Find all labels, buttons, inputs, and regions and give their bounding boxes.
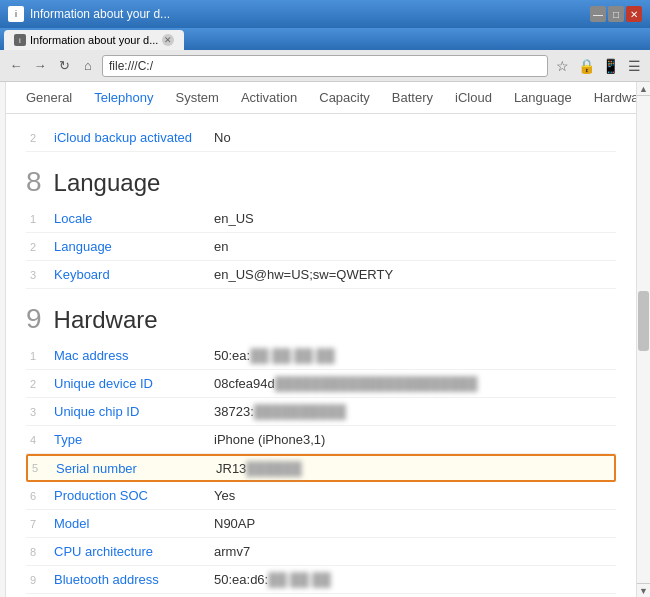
serial-number-value: JR13██████ — [216, 457, 614, 480]
tab-close-button[interactable]: ✕ — [162, 34, 174, 46]
unique-device-id-value: 08cfea94d██████████████████████ — [214, 372, 616, 395]
menu-icon[interactable]: ☰ — [624, 56, 644, 76]
scrollbar-down-button[interactable]: ▼ — [637, 583, 651, 597]
row-num: 5 — [28, 462, 56, 474]
language-row: 2 Language en — [26, 233, 616, 261]
tab-capacity[interactable]: Capacity — [309, 86, 380, 109]
model-row: 7 Model N90AP — [26, 510, 616, 538]
back-button[interactable]: ← — [6, 56, 26, 76]
bluetooth-address-value: 50:ea:d6:██:██:██ — [214, 568, 616, 591]
scrollbar[interactable]: ▲ ▼ — [636, 82, 650, 597]
browser-tab-bar: i Information about your d... ✕ — [0, 28, 650, 50]
home-button[interactable]: ⌂ — [78, 56, 98, 76]
row-num: 2 — [26, 132, 54, 144]
close-button[interactable]: ✕ — [626, 6, 642, 22]
address-bar-row: ← → ↻ ⌂ ☆ 🔒 📱 ☰ — [0, 50, 650, 82]
cpu-architecture-label: CPU architecture — [54, 540, 214, 563]
production-soc-row: 6 Production SOC Yes — [26, 482, 616, 510]
cpu-architecture-value: armv7 — [214, 540, 616, 563]
serial-number-row: 5 Serial number JR13██████ — [26, 454, 616, 482]
browser-tab[interactable]: i Information about your d... ✕ — [4, 30, 184, 50]
type-value: iPhone (iPhone3,1) — [214, 428, 616, 451]
row-num: 4 — [26, 434, 54, 446]
icloud-backup-label: iCloud backup activated — [54, 126, 214, 149]
row-num: 2 — [26, 378, 54, 390]
icloud-backup-row: 2 iCloud backup activated No — [26, 124, 616, 152]
type-label: Type — [54, 428, 214, 451]
window-title-bar: i Information about your d... — □ ✕ — [0, 0, 650, 28]
minimize-button[interactable]: — — [590, 6, 606, 22]
unique-device-id-label: Unique device ID — [54, 372, 214, 395]
tab-activation[interactable]: Activation — [231, 86, 307, 109]
tab-language[interactable]: Language — [504, 86, 582, 109]
nav-tabs: General Telephony System Activation Capa… — [6, 82, 636, 114]
row-num: 3 — [26, 406, 54, 418]
bookmark-star-icon[interactable]: ☆ — [552, 56, 572, 76]
row-num: 9 — [26, 574, 54, 586]
tab-favicon: i — [14, 34, 26, 46]
keyboard-value: en_US@hw=US;sw=QWERTY — [214, 263, 616, 286]
locale-label: Locale — [54, 207, 214, 230]
row-num: 7 — [26, 518, 54, 530]
tab-telephony[interactable]: Telephony — [84, 86, 163, 109]
forward-button[interactable]: → — [30, 56, 50, 76]
locale-value: en_US — [214, 207, 616, 230]
addon-icon-2[interactable]: 📱 — [600, 56, 620, 76]
tab-battery[interactable]: Battery — [382, 86, 443, 109]
tab-system[interactable]: System — [166, 86, 229, 109]
bluetooth-address-row: 9 Bluetooth address 50:ea:d6:██:██:██ — [26, 566, 616, 594]
maximize-button[interactable]: □ — [608, 6, 624, 22]
mac-address-label: Mac address — [54, 344, 214, 367]
tab-hardware[interactable]: Hardware — [584, 86, 636, 109]
window-favicon: i — [8, 6, 24, 22]
row-num: 2 — [26, 241, 54, 253]
language-label: Language — [54, 235, 214, 258]
address-input[interactable] — [102, 55, 548, 77]
page-content: 2 iCloud backup activated No 8 Language … — [6, 114, 636, 597]
unique-device-id-row: 2 Unique device ID 08cfea94d████████████… — [26, 370, 616, 398]
production-soc-label: Production SOC — [54, 484, 214, 507]
keyboard-row: 3 Keyboard en_US@hw=US;sw=QWERTY — [26, 261, 616, 289]
row-num: 6 — [26, 490, 54, 502]
row-num: 1 — [26, 213, 54, 225]
language-section-number: 8 — [26, 168, 42, 196]
row-num: 8 — [26, 546, 54, 558]
model-label: Model — [54, 512, 214, 535]
model-value: N90AP — [214, 512, 616, 535]
main-area: General Telephony System Activation Capa… — [6, 82, 636, 597]
tab-title: Information about your d... — [30, 34, 158, 46]
production-soc-value: Yes — [214, 484, 616, 507]
window-controls: — □ ✕ — [590, 6, 642, 22]
unique-chip-id-row: 3 Unique chip ID 38723:██████████ — [26, 398, 616, 426]
scrollbar-track[interactable] — [637, 96, 650, 583]
unique-chip-id-value: 38723:██████████ — [214, 400, 616, 423]
reload-button[interactable]: ↻ — [54, 56, 74, 76]
mac-address-value: 50:ea:██:██:██:██ — [214, 344, 616, 367]
hardware-section-title: Hardware — [54, 306, 158, 334]
bluetooth-address-label: Bluetooth address — [54, 568, 214, 591]
content-wrapper: General Telephony System Activation Capa… — [0, 82, 650, 597]
type-row: 4 Type iPhone (iPhone3,1) — [26, 426, 616, 454]
icloud-backup-value: No — [214, 126, 616, 149]
window-title: Information about your d... — [30, 7, 584, 21]
serial-number-label: Serial number — [56, 457, 216, 480]
hardware-section-number: 9 — [26, 305, 42, 333]
unique-chip-id-label: Unique chip ID — [54, 400, 214, 423]
scrollbar-thumb[interactable] — [638, 291, 649, 351]
row-num: 1 — [26, 350, 54, 362]
row-num: 3 — [26, 269, 54, 281]
tab-icloud[interactable]: iCloud — [445, 86, 502, 109]
addon-icon-1[interactable]: 🔒 — [576, 56, 596, 76]
language-value: en — [214, 235, 616, 258]
tab-general[interactable]: General — [16, 86, 82, 109]
mac-address-row: 1 Mac address 50:ea:██:██:██:██ — [26, 342, 616, 370]
cpu-architecture-row: 8 CPU architecture armv7 — [26, 538, 616, 566]
language-section-title: Language — [54, 169, 161, 197]
hardware-section-header: 9 Hardware — [26, 305, 616, 334]
locale-row: 1 Locale en_US — [26, 205, 616, 233]
keyboard-label: Keyboard — [54, 263, 214, 286]
scrollbar-up-button[interactable]: ▲ — [637, 82, 651, 96]
language-section-header: 8 Language — [26, 168, 616, 197]
